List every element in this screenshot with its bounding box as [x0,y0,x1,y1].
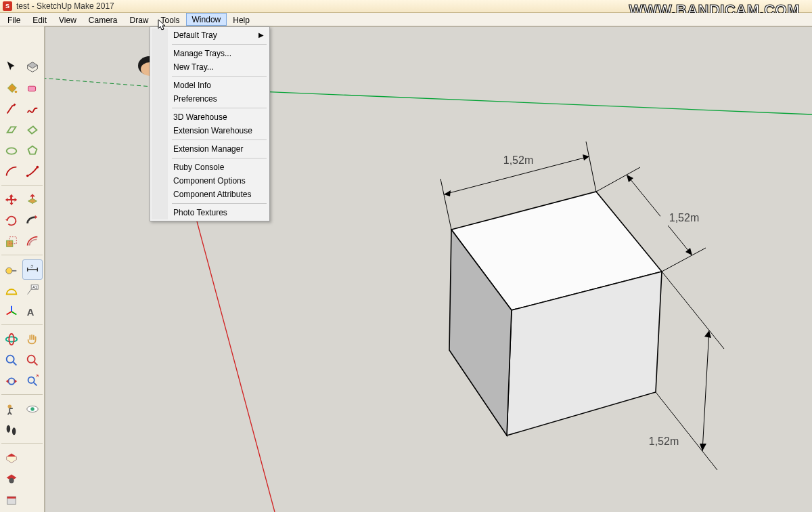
menu-photo-textures[interactable]: Photo Textures [152,206,268,219]
svg-point-15 [28,356,35,363]
tool-rotated-rectangle[interactable] [22,120,43,140]
tool-3d-warehouse[interactable] [1,448,22,468]
window-title: test - SketchUp Make 2017 [16,1,114,11]
svg-rect-1 [28,86,36,91]
svg-point-22 [12,427,16,435]
menu-draw[interactable]: Draw [124,13,155,26]
tool-polygon[interactable] [22,141,43,161]
tool-scale[interactable] [1,232,22,252]
tool-pan[interactable] [22,329,43,349]
tool-walk[interactable] [1,420,22,440]
dim-height-label: 1,52m [669,212,699,223]
svg-point-12 [6,337,18,341]
svg-point-14 [7,356,14,363]
menu-window[interactable]: Window [186,13,227,26]
svg-point-2 [7,148,17,154]
tool-tape-measure[interactable] [1,259,22,280]
tool-grid: 3' A1 A [1,57,43,510]
chevron-right-icon: ▶ [258,31,264,39]
tool-rectangle[interactable] [1,120,22,140]
tool-freehand[interactable] [22,99,43,119]
toolbar-left: 3' A1 A [0,26,45,512]
svg-text:3': 3' [30,264,33,268]
svg-line-38 [702,330,709,451]
svg-text:A: A [27,307,35,318]
tool-circle[interactable] [1,141,22,161]
svg-point-21 [7,425,11,433]
tool-extension-warehouse[interactable] [1,469,22,489]
axis-green-neg [45,77,161,87]
tool-extension-manager[interactable] [1,490,22,510]
svg-line-29 [586,142,596,192]
tool-protractor[interactable] [1,280,22,301]
menu-ruby-console[interactable]: Ruby Console [152,161,268,174]
menu-edit[interactable]: Edit [26,13,53,26]
svg-point-20 [30,407,35,411]
tool-paint-bucket[interactable] [1,78,22,98]
app-logo-icon: S [3,1,12,11]
tool-rotate[interactable] [1,211,22,231]
svg-point-16 [8,378,14,384]
tool-make-component[interactable] [22,57,43,77]
svg-point-3 [26,175,29,177]
dim-width-label: 1,52m [503,154,533,166]
tool-line[interactable] [1,99,22,119]
svg-line-28 [441,179,451,230]
tool-zoom-extents[interactable] [22,371,43,391]
tool-axes[interactable] [1,301,22,322]
tool-select[interactable] [1,57,22,77]
menu-camera[interactable]: Camera [83,13,124,26]
menu-file[interactable]: File [1,13,26,26]
tool-eraser[interactable] [22,78,43,98]
menu-model-info[interactable]: Model Info [152,79,268,92]
svg-point-13 [9,334,14,345]
tool-look-around[interactable] [22,399,43,419]
svg-point-7 [6,268,12,274]
menu-extension-manager[interactable]: Extension Manager [152,142,268,156]
svg-point-0 [15,91,18,93]
tool-offset[interactable] [22,232,43,252]
menu-default-tray[interactable]: Default Tray ▶ [152,28,268,42]
tool-orbit[interactable] [1,329,22,349]
svg-line-32 [596,167,640,192]
tool-3dtext[interactable]: A [22,301,43,322]
menu-3d-warehouse[interactable]: 3D Warehouse [152,110,268,124]
menu-extension-warehouse[interactable]: Extension Warehouse [152,124,268,137]
svg-point-4 [37,166,39,169]
menu-preferences[interactable]: Preferences [152,92,268,106]
menu-component-options[interactable]: Component Options [152,174,268,188]
tool-dimension[interactable]: 3' [22,259,43,280]
tool-arc[interactable] [1,162,22,182]
menu-component-attributes[interactable]: Component Attributes [152,188,268,201]
menu-bar: File Edit View Camera Draw Tools Window … [0,13,812,26]
menu-help[interactable]: Help [227,13,256,26]
svg-point-17 [28,377,35,383]
tool-position-camera[interactable] [1,399,22,419]
svg-line-37 [656,392,717,470]
tool-zoom-window[interactable] [22,350,43,370]
tool-followme[interactable] [22,211,43,231]
tool-text[interactable]: A1 [22,280,43,301]
tool-move[interactable] [1,190,22,210]
menu-new-tray[interactable]: New Tray... [152,60,268,74]
svg-line-36 [662,272,724,349]
svg-line-33 [662,248,706,272]
svg-rect-25 [7,496,16,498]
tool-zoom[interactable] [1,350,22,370]
mouse-cursor-icon [158,19,167,31]
cube-model[interactable] [449,192,662,435]
tool-2pt-arc[interactable] [22,162,43,182]
dim-depth-label: 1,52m [649,435,679,447]
tool-previous[interactable] [1,371,22,391]
svg-point-23 [9,478,14,483]
svg-text:A1: A1 [32,285,37,289]
menu-manage-trays[interactable]: Manage Trays... [152,47,268,60]
menu-view[interactable]: View [53,13,83,26]
window-menu-dropdown: Default Tray ▶ Manage Trays... New Tray.… [150,26,270,221]
tool-pushpull[interactable] [22,190,43,210]
